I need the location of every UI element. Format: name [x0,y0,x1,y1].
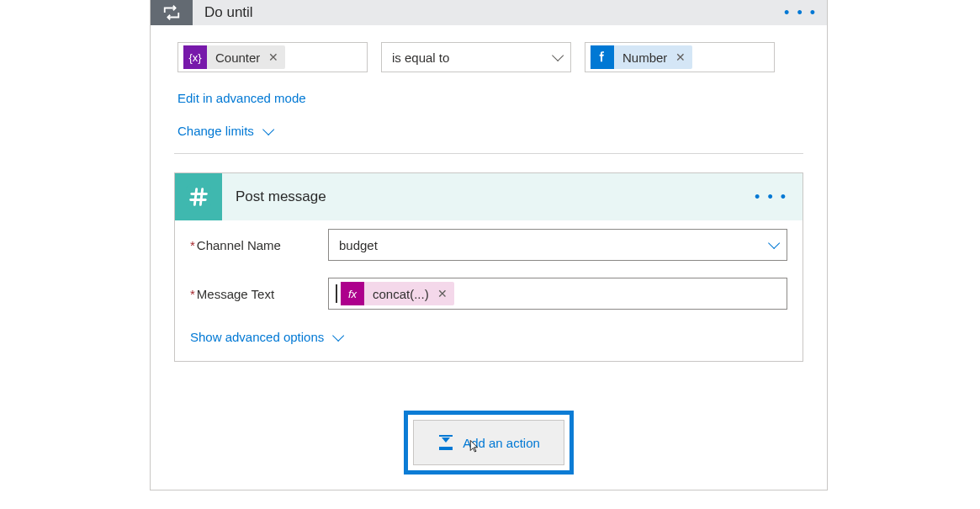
add-action-area: Add an action [151,377,827,490]
text-caret [336,284,337,303]
fx-icon: fx [341,282,364,305]
svg-line-2 [194,189,196,205]
change-limits-link[interactable]: Change limits [177,124,271,138]
svg-line-3 [200,189,202,205]
chevron-down-icon [262,123,274,135]
show-advanced-row: Show advanced options [175,318,803,361]
channel-value: budget [339,238,378,252]
advanced-mode-row: Edit in advanced mode [151,72,827,105]
more-icon[interactable]: • • • [784,4,817,22]
fx-pill[interactable]: fx concat(...) ✕ [341,282,454,305]
chevron-down-icon [552,50,564,61]
slack-icon-box [175,173,222,220]
do-until-card: Do until • • • {x} Counter ✕ is equal to… [150,0,828,490]
post-message-card: Post message • • • *Channel Name budget … [174,172,803,362]
show-advanced-link[interactable]: Show advanced options [190,330,341,344]
channel-row: *Channel Name budget [175,220,803,269]
highlight-box: Add an action [404,411,574,475]
message-label: *Message Text [190,287,328,301]
remove-icon[interactable]: ✕ [268,50,278,64]
do-until-title: Do until [204,4,253,21]
counter-pill-label: Counter [207,50,268,65]
chevron-down-icon [332,329,344,341]
edit-advanced-link[interactable]: Edit in advanced mode [177,91,306,105]
add-action-label: Add an action [463,436,540,450]
message-row: *Message Text fx concat(...) ✕ [175,269,803,318]
operator-select[interactable]: is equal to [381,42,571,72]
operator-label: is equal to [392,50,449,65]
remove-icon[interactable]: ✕ [675,50,686,64]
post-message-header: Post message • • • [175,173,803,220]
post-message-title: Post message [236,188,326,205]
fx-pill-label: concat(...) [364,287,437,301]
number-pill-label: Number [614,50,675,65]
do-until-header: Do until • • • [151,0,827,25]
left-operand-input[interactable]: {x} Counter ✕ [177,42,368,72]
do-until-icon-box [151,0,193,25]
condition-row: {x} Counter ✕ is equal to Number ✕ [151,25,827,72]
chevron-down-icon [768,237,780,249]
input-icon [591,45,614,69]
loop-icon [162,3,182,23]
number-pill[interactable]: Number ✕ [591,45,692,69]
insert-step-icon [437,435,454,450]
variable-icon: {x} [183,45,207,69]
channel-label: *Channel Name [190,238,328,252]
remove-icon[interactable]: ✕ [437,287,448,300]
counter-pill[interactable]: {x} Counter ✕ [183,45,285,69]
change-limits-row: Change limits [151,105,827,153]
divider [174,153,803,154]
change-limits-label: Change limits [177,124,254,138]
hash-icon [186,184,211,209]
add-action-button[interactable]: Add an action [413,420,564,465]
right-operand-input[interactable]: Number ✕ [585,42,775,72]
message-input[interactable]: fx concat(...) ✕ [328,278,787,310]
more-icon[interactable]: • • • [755,188,787,206]
channel-select[interactable]: budget [328,229,787,261]
show-advanced-label: Show advanced options [190,330,324,344]
